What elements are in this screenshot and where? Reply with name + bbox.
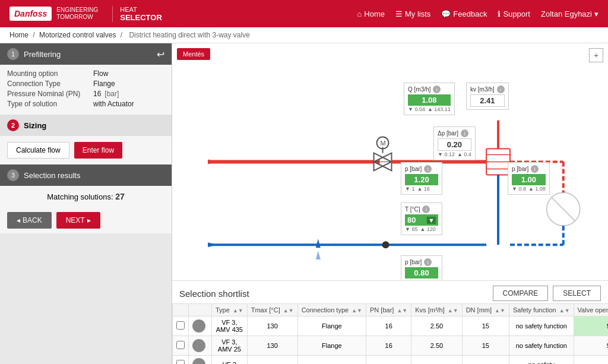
t-input-group: T [°C] i 80 ▼ ▼ 65 ▲ 120 [401, 202, 442, 235]
th-tmax: Tmax [°C] ▲▼ [247, 304, 297, 316]
chevron-down-icon: ▾ [594, 10, 598, 18]
user-menu[interactable]: Zoltan Egyhazi ▾ [541, 10, 598, 18]
header-subtitle: ENGINEERING TOMORROW [56, 7, 98, 21]
table-row: VF 3, AMV 435 130 Flange 16 2.50 15 no s… [173, 316, 609, 336]
row2-safety: no safety function [509, 336, 574, 356]
row2-kvs: 2.50 [411, 336, 462, 356]
th-connection: Connection type ▲▼ [297, 304, 366, 316]
back-button[interactable]: ◂ BACK [7, 212, 52, 229]
prefilter-row-pn: Pressure Nominal (PN) 16 [bar] [7, 90, 164, 98]
row1-checkbox[interactable] [176, 321, 185, 330]
row1-checkbox-cell[interactable] [173, 316, 189, 336]
row2-checkbox[interactable] [176, 341, 185, 349]
row2-dn: 15 [462, 336, 509, 356]
app-header: Danfoss ENGINEERING TOMORROW HEAT SELECT… [0, 0, 608, 27]
p2-value[interactable]: 1.00 [512, 174, 546, 185]
dp-value[interactable]: 0.20 [438, 138, 471, 151]
th-kvs: Kvs [m³/h] ▲▼ [411, 304, 462, 316]
q-info-icon[interactable]: i [433, 86, 441, 93]
row1-connection: Flange [297, 316, 366, 336]
table-row: VF 3 no safety [173, 356, 609, 365]
th-pn: PN [bar] ▲▼ [366, 304, 411, 316]
dp-input-group: Δp [bar] i 0.20 ▼ 0.12 ▲ 0.4 [433, 126, 476, 160]
prefilter-row-connection: Connection Type Flange [7, 80, 164, 88]
step2-header: 2 Sizing [0, 115, 172, 136]
svg-marker-15 [208, 242, 217, 247]
enter-flow-button[interactable]: Enter flow [74, 142, 122, 159]
th-dn: DN [mm] ▲▼ [462, 304, 509, 316]
logo-area: Danfoss ENGINEERING TOMORROW HEAT SELECT… [10, 6, 162, 22]
nav-my-lists[interactable]: ☰ My lists [395, 10, 430, 18]
p3-value[interactable]: 0.80 [405, 267, 438, 278]
t-info-icon[interactable]: i [422, 205, 430, 213]
p1-value[interactable]: 1.20 [405, 174, 438, 185]
p2-info-icon[interactable]: i [531, 165, 539, 173]
q-input-group: Q [m3/h] i 1.08 ▼ 0.04 ▲ 143.11 [404, 83, 455, 115]
row1-tmax: 130 [247, 316, 297, 336]
main-layout: 1 Prefiltering ↩ Mounting option Flow Co… [0, 43, 608, 364]
row2-checkbox-cell[interactable] [173, 336, 189, 356]
t-range: ▼ 65 ▲ 120 [405, 226, 438, 232]
row3-checkbox[interactable] [176, 360, 185, 364]
row1-safety: no safety function [509, 316, 574, 336]
q-value[interactable]: 1.08 [408, 94, 451, 106]
p2-range: ▼ 0.8 ▲ 1.08 [512, 186, 546, 192]
breadcrumb-home[interactable]: Home [10, 31, 28, 39]
svg-marker-18 [316, 239, 321, 248]
nav-support[interactable]: ℹ Support [498, 10, 530, 18]
row3-thumb-cell [189, 356, 212, 365]
matching-solutions: Matching solutions: 27 [0, 186, 172, 207]
row3-pn [366, 356, 411, 365]
table-header-row: Type ▲▼ Tmax [°C] ▲▼ Connection type ▲▼ … [173, 304, 609, 316]
dp-range: ▼ 0.12 ▲ 0.4 [438, 151, 471, 157]
kv-value[interactable]: 2.41 [470, 94, 505, 107]
prefilter-row-mounting: Mounting option Flow [7, 69, 164, 78]
shortlist-title: Selection shortlist [179, 289, 249, 299]
calculate-flow-button[interactable]: Calculate flow [7, 142, 69, 159]
nav-home[interactable]: ⌂ Home [357, 10, 385, 18]
matching-count: 27 [115, 192, 125, 201]
step2-label: Sizing [24, 121, 46, 130]
th-safety: Safety function ▲▼ [509, 304, 574, 316]
list-icon: ☰ [395, 10, 403, 18]
step1-number: 1 [7, 48, 19, 60]
kv-info-icon[interactable]: i [497, 86, 505, 93]
next-button[interactable]: NEXT ▸ [56, 212, 100, 229]
step3-label: Selection results [24, 171, 80, 180]
row1-thumbnail [192, 319, 205, 333]
select-button[interactable]: SELECT [553, 286, 601, 301]
diagram-area: Mentés + M [172, 43, 608, 281]
p3-range: ▼ 0.01 ▲ 1 [405, 279, 438, 281]
shortlist-header: Selection shortlist COMPARE SELECT [172, 281, 608, 303]
p3-info-icon[interactable]: i [424, 258, 432, 266]
dp-info-icon[interactable]: i [461, 129, 468, 137]
step1-back-button[interactable]: ↩ [157, 49, 164, 60]
results-table: Type ▲▼ Tmax [°C] ▲▼ Connection type ▲▼ … [172, 303, 608, 364]
row3-tmax [247, 356, 297, 365]
main-nav: ⌂ Home ☰ My lists 💬 Feedback ℹ Support Z… [357, 10, 598, 18]
row1-kvs: 2.50 [411, 316, 462, 336]
row3-dn [462, 356, 509, 365]
row2-pn: 16 [366, 336, 411, 356]
svg-line-24 [552, 197, 575, 221]
shortlist-actions: COMPARE SELECT [493, 286, 601, 301]
breadcrumb-motorized[interactable]: Motorized control valves [39, 31, 116, 39]
p3-input-group: p [bar] i 0.80 ▼ 0.01 ▲ 1 [401, 255, 442, 281]
row3-checkbox-cell[interactable] [173, 356, 189, 365]
th-thumb [189, 304, 212, 316]
p1-input-group: p [bar] i 1.20 ▼ 1 ▲ 16 [401, 162, 442, 195]
step1-header: 1 Prefiltering ↩ [0, 43, 172, 65]
row3-safety: no safety [509, 356, 574, 365]
row3-valve-opening [574, 356, 608, 365]
danfoss-logo: Danfoss [10, 7, 52, 21]
p1-info-icon[interactable]: i [424, 165, 432, 173]
nav-feedback[interactable]: 💬 Feedback [441, 10, 487, 18]
row1-thumb-cell [189, 316, 212, 336]
row1-pn: 16 [366, 316, 411, 336]
t-value[interactable]: 80 ▼ [405, 214, 438, 226]
nav-buttons: ◂ BACK NEXT ▸ [0, 207, 172, 233]
step2-number: 2 [7, 119, 19, 131]
support-icon: ℹ [498, 10, 501, 18]
compare-button[interactable]: COMPARE [493, 286, 549, 301]
svg-marker-19 [316, 251, 321, 259]
